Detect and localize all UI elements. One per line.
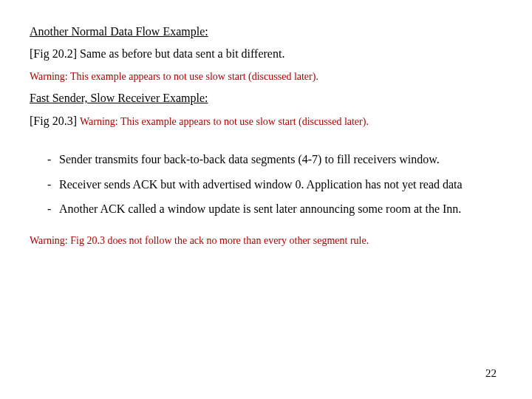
list-item-text: Receiver sends ACK but with advertised w… <box>59 172 502 197</box>
footer-warning: Warning: Fig 20.3 does not follow the ac… <box>30 235 502 247</box>
fig-20-2-line: [Fig 20.2] Same as before but data sent … <box>30 43 502 65</box>
page-number: 22 <box>485 367 497 380</box>
page: Another Normal Data Flow Example: [Fig 2… <box>0 0 532 399</box>
fig-20-3-warning: Warning: This example appears to not use… <box>80 116 369 127</box>
list-item-text: Another ACK called a window update is se… <box>59 197 502 222</box>
list-item: Sender transmits four back-to-back data … <box>47 147 502 172</box>
list-item-text: Sender transmits four back-to-back data … <box>59 147 502 172</box>
section-heading-1: Another Normal Data Flow Example: <box>30 21 502 43</box>
bullet-list: Sender transmits four back-to-back data … <box>30 147 502 222</box>
section-heading-2: Fast Sender, Slow Receiver Example: <box>30 87 502 109</box>
fig-20-3-prefix: [Fig 20.3] <box>30 115 80 127</box>
list-item: Receiver sends ACK but with advertised w… <box>47 172 502 197</box>
fig-20-3-line: [Fig 20.3] Warning: This example appears… <box>30 110 502 132</box>
list-item: Another ACK called a window update is se… <box>47 197 502 222</box>
warning-1: Warning: This example appears to not use… <box>30 66 502 87</box>
